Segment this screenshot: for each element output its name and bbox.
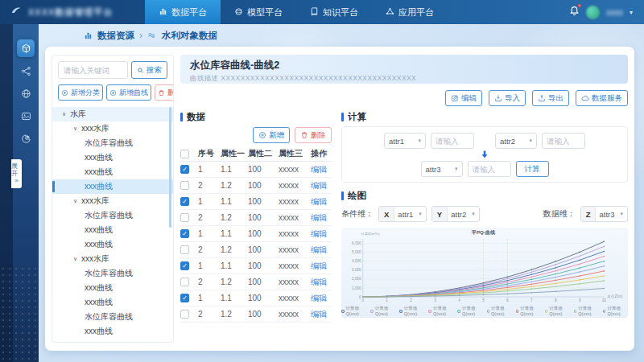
app: XXXX数据管理平台 数据平台模型平台知识平台应用平台 xxxx ▾ 展开 » … bbox=[0, 0, 644, 362]
pie-icon[interactable] bbox=[17, 130, 35, 147]
y-axis-select[interactable]: Yattr2▾ bbox=[431, 206, 480, 222]
tree-item[interactable]: ∨xxx水库 bbox=[52, 252, 173, 266]
legend-item[interactable]: 计算值Q(xxx) bbox=[545, 306, 570, 316]
attr2-input[interactable] bbox=[542, 133, 585, 149]
tree-caret-icon[interactable]: ∨ bbox=[73, 256, 81, 262]
detail-area: 水位库容曲线-曲线2 曲线描述 XXXXXXXXXXXXXXXXXXXXXXXX… bbox=[180, 55, 628, 346]
search-button[interactable]: 搜索 bbox=[131, 61, 167, 79]
cube-icon[interactable] bbox=[17, 39, 35, 57]
row-edit-link[interactable]: 编辑 bbox=[311, 164, 332, 175]
add-category-button[interactable]: 新增分类 bbox=[58, 84, 103, 101]
row-checkbox[interactable]: ✓ bbox=[180, 165, 189, 174]
edit-button[interactable]: 编辑 bbox=[445, 90, 482, 106]
legend-item[interactable]: 计算值Q(xxx) bbox=[428, 306, 453, 316]
delete-tree-button[interactable]: 删除 bbox=[155, 84, 174, 101]
nav-tab[interactable]: 模型平台 bbox=[221, 0, 296, 24]
row-checkbox[interactable]: ✓ bbox=[180, 197, 189, 206]
row-edit-link[interactable]: 编辑 bbox=[311, 261, 332, 272]
tree-item[interactable]: ∨水库 bbox=[52, 107, 173, 121]
legend-item[interactable]: 计算值Q(xxx) bbox=[574, 306, 599, 316]
tree-caret-icon[interactable]: ∨ bbox=[62, 111, 70, 117]
attr1-input[interactable] bbox=[431, 133, 474, 149]
tree-item[interactable]: xxx曲线 bbox=[52, 237, 173, 252]
tree-item[interactable]: 水位库容曲线 bbox=[52, 310, 173, 324]
table-cell: 1.1 bbox=[221, 229, 248, 238]
tree-caret-icon[interactable]: ∨ bbox=[73, 125, 81, 132]
legend-item[interactable]: 计算值Q(xxx) bbox=[603, 306, 628, 316]
row-edit-link[interactable]: 编辑 bbox=[311, 309, 332, 320]
table-cell: 100 bbox=[248, 245, 279, 254]
attr3-input[interactable] bbox=[468, 161, 511, 177]
nodes-icon[interactable] bbox=[17, 62, 35, 80]
tree-item[interactable]: xxx曲线 bbox=[52, 324, 173, 339]
add-row-button[interactable]: 新增 bbox=[253, 127, 290, 143]
search-input[interactable] bbox=[58, 61, 128, 79]
nav-tab[interactable]: 数据平台 bbox=[145, 0, 221, 24]
tree-item[interactable]: ∨xxx水库 bbox=[52, 194, 173, 208]
row-edit-link[interactable]: 编辑 bbox=[311, 293, 332, 304]
tree-scrollbar[interactable] bbox=[169, 107, 171, 228]
row-checkbox[interactable] bbox=[180, 245, 189, 254]
legend-item[interactable]: 计算值Q(xxx) bbox=[370, 306, 395, 316]
image-icon[interactable] bbox=[17, 107, 35, 125]
nav-tab[interactable]: 知识平台 bbox=[296, 0, 372, 24]
expand-tab[interactable]: 展开 » bbox=[11, 159, 22, 188]
tree-item[interactable]: xxx曲线 bbox=[52, 295, 173, 310]
add-curve-button[interactable]: 新增曲线 bbox=[106, 84, 151, 101]
tree-item[interactable]: xxx曲线 bbox=[52, 223, 173, 237]
row-edit-link[interactable]: 编辑 bbox=[311, 277, 332, 288]
delete-row-button[interactable]: 删除 bbox=[295, 127, 332, 143]
row-edit-link[interactable]: 编辑 bbox=[311, 196, 332, 208]
x-axis-select[interactable]: Xattr1▾ bbox=[378, 206, 427, 222]
attr1-select[interactable]: attr1▾ bbox=[384, 133, 426, 149]
row-checkbox[interactable]: ✓ bbox=[180, 294, 189, 302]
nav-tab[interactable]: 应用平台 bbox=[372, 0, 448, 24]
tree-caret-icon[interactable]: ∨ bbox=[73, 198, 81, 204]
row-edit-link[interactable]: 编辑 bbox=[311, 245, 332, 256]
plus-icon bbox=[109, 89, 117, 97]
row-edit-link[interactable]: 编辑 bbox=[311, 180, 332, 191]
select-all-checkbox[interactable] bbox=[180, 150, 189, 158]
attr3-select[interactable]: attr3▾ bbox=[421, 161, 463, 177]
row-checkbox[interactable] bbox=[180, 310, 189, 319]
tree-item[interactable]: xxx曲线 bbox=[52, 281, 173, 295]
legend-item[interactable]: 计算值Q(xxx) bbox=[399, 306, 424, 316]
tree-item[interactable]: 水位库容曲线 bbox=[52, 266, 173, 281]
tree-item[interactable]: xxx曲线 bbox=[52, 150, 173, 165]
row-checkbox[interactable] bbox=[180, 278, 189, 286]
user-menu-caret-icon[interactable]: ▾ bbox=[630, 9, 633, 16]
tree-item[interactable]: xxx曲线 bbox=[52, 165, 173, 179]
user-name[interactable]: xxxx bbox=[606, 7, 623, 17]
attr2-select[interactable]: attr2▾ bbox=[495, 133, 537, 149]
z-axis-select[interactable]: Zattr3▾ bbox=[580, 206, 628, 222]
legend-item[interactable]: 计算值Q(xxx) bbox=[457, 306, 482, 316]
table-row: ✓11.1100xxxxx编辑 bbox=[180, 258, 332, 274]
table-cell: 1.1 bbox=[221, 294, 248, 302]
globe-icon[interactable] bbox=[17, 84, 35, 102]
table-cell: 1.2 bbox=[221, 278, 248, 286]
legend-item[interactable]: 计算值Q(xxx) bbox=[487, 306, 512, 316]
tree-item[interactable]: 水位库容曲线 bbox=[52, 136, 173, 150]
data-service-button[interactable]: 数据服务 bbox=[576, 90, 628, 106]
legend-item[interactable]: 计算值Q(xxx) bbox=[516, 306, 541, 316]
row-edit-link[interactable]: 编辑 bbox=[311, 228, 332, 240]
chevron-down-icon: ▾ bbox=[418, 138, 421, 144]
avatar[interactable] bbox=[586, 6, 600, 19]
export-button[interactable]: 导出 bbox=[532, 90, 569, 106]
row-checkbox[interactable] bbox=[180, 181, 189, 190]
tree-item[interactable]: ∨xxx水库 bbox=[52, 121, 173, 136]
tree-item[interactable]: 水位库容曲线 bbox=[52, 208, 173, 223]
calculate-button[interactable]: 计算 bbox=[516, 161, 549, 177]
breadcrumb-section[interactable]: 数据资源 bbox=[97, 30, 134, 42]
content: 数据资源 › 水利对象数据 搜索 新增分类 新增曲线 删除 ∨水库∨xxx水库水… bbox=[39, 24, 644, 362]
row-checkbox[interactable]: ✓ bbox=[180, 261, 189, 270]
import-button[interactable]: 导入 bbox=[489, 90, 526, 106]
legend-item[interactable]: 计算值Q(xxx) bbox=[341, 306, 366, 316]
row-checkbox[interactable] bbox=[180, 213, 189, 222]
tree-item[interactable]: xxx曲线 bbox=[52, 179, 173, 194]
bell-icon[interactable] bbox=[569, 5, 580, 19]
table-cell: 1.1 bbox=[221, 261, 248, 270]
row-checkbox[interactable]: ✓ bbox=[180, 229, 189, 238]
row-edit-link[interactable]: 编辑 bbox=[311, 212, 332, 224]
table-cell: xxxxx bbox=[279, 294, 311, 302]
